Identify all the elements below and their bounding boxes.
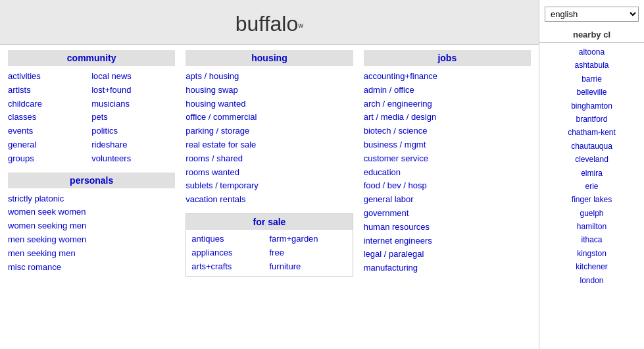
jobs-list: accounting+financeadmin / officearch / e… [364,70,531,275]
forsale-link[interactable]: antiques [191,232,269,246]
nearby-cl-link[interactable]: elmira [539,167,644,180]
housing-link[interactable]: apts / housing [186,70,353,84]
jobs-link[interactable]: internet engineers [364,234,531,248]
nearby-cl-link[interactable]: ithaca [539,233,644,246]
jobs-link[interactable]: art / media / design [364,111,531,124]
housing-link[interactable]: housing swap [186,84,353,97]
forsale-link[interactable]: furniture [270,260,347,274]
community-link[interactable]: pets [91,111,175,124]
jobs-link[interactable]: manufacturing [364,261,531,275]
nearby-cl-link[interactable]: ashtabula [539,59,644,72]
nearby-cl-link[interactable]: kingston [539,247,644,260]
housing-column: housing apts / housinghousing swaphousin… [180,50,358,277]
forsale-header: for sale [186,214,352,230]
personals-link[interactable]: men seeking men [8,247,175,261]
personals-link[interactable]: strictly platonic [8,192,175,206]
forsale-link[interactable]: arts+crafts [191,260,269,274]
community-col2: local newslost+foundmusicianspetspolitic… [91,70,175,166]
jobs-link[interactable]: accounting+finance [364,70,531,84]
forsale-col1: antiquesappliancesarts+crafts [191,232,269,273]
community-link[interactable]: lost+found [91,84,175,97]
jobs-link[interactable]: food / bev / hosp [364,179,531,193]
forsale-body: antiquesappliancesarts+crafts farm+garde… [186,230,352,276]
city-superscript: w [298,21,303,29]
forsale-section: for sale antiquesappliancesarts+crafts f… [186,213,353,277]
community-link[interactable]: rideshare [91,138,175,152]
personals-link[interactable]: men seeking women [8,233,175,247]
community-column: community activitiesartistschildcareclas… [3,50,180,277]
jobs-link[interactable]: arch / engineering [364,97,531,111]
personals-list: strictly platonicwomen seek womenwomen s… [8,192,175,275]
housing-link[interactable]: housing wanted [186,97,353,111]
nearby-cl-link[interactable]: altoona [539,45,644,59]
jobs-link[interactable]: biotech / science [364,124,531,138]
personals-header: personals [8,173,175,188]
housing-link[interactable]: real estate for sale [186,138,353,152]
nearby-cl-link[interactable]: kitchener [539,260,644,273]
nearby-cl-link[interactable]: london [539,274,644,287]
community-list: activitiesartistschildcareclasseseventsg… [8,70,175,166]
community-link[interactable]: groups [8,152,91,166]
nearby-cl-link[interactable]: cleveland [539,153,644,166]
jobs-link[interactable]: admin / office [364,84,531,97]
housing-header: housing [186,50,353,66]
community-link[interactable]: childcare [8,97,91,111]
personals-link[interactable]: women seek women [8,205,175,219]
forsale-link[interactable]: free [270,246,347,260]
housing-link[interactable]: office / commercial [186,111,353,124]
community-col1: activitiesartistschildcareclasseseventsg… [8,70,91,166]
community-link[interactable]: politics [91,124,175,138]
language-selector-wrapper[interactable]: englishfrançaisespañoldeutschitalianopor… [539,4,644,27]
nearby-list: altoonaashtabulabarriebellevillebinghamt… [539,45,644,287]
community-link[interactable]: artists [8,84,91,97]
housing-list: apts / housinghousing swaphousing wanted… [186,70,353,207]
nearby-cl-link[interactable]: erie [539,180,644,193]
housing-link[interactable]: vacation rentals [186,193,353,207]
community-link[interactable]: general [8,138,91,152]
nearby-cl-link[interactable]: chautauqua [539,140,644,153]
community-link[interactable]: classes [8,111,91,124]
housing-link[interactable]: sublets / temporary [186,179,353,193]
nearby-cl-link[interactable]: hamilton [539,220,644,233]
jobs-column: jobs accounting+financeadmin / officearc… [359,50,536,277]
jobs-link[interactable]: government [364,207,531,221]
community-header: community [8,50,175,66]
nearby-cl-link[interactable]: binghamton [539,99,644,113]
forsale-link[interactable]: appliances [191,246,269,260]
community-link[interactable]: local news [91,70,175,84]
personals-link[interactable]: women seeking men [8,219,175,233]
forsale-link[interactable]: farm+garden [270,232,347,246]
jobs-header: jobs [364,50,531,66]
sidebar: englishfrançaisespañoldeutschitalianopor… [539,0,644,349]
nearby-cl-link[interactable]: guelph [539,207,644,220]
housing-link[interactable]: rooms wanted [186,166,353,180]
nearby-cl-link[interactable]: chatham-kent [539,126,644,139]
housing-link[interactable]: rooms / shared [186,152,353,166]
nearby-cl-link[interactable]: finger lakes [539,193,644,206]
community-link[interactable]: musicians [91,97,175,111]
personals-link[interactable]: misc romance [8,261,175,275]
jobs-link[interactable]: customer service [364,152,531,166]
nearby-cl-link[interactable]: barrie [539,72,644,86]
jobs-link[interactable]: business / mgmt [364,138,531,152]
jobs-link[interactable]: legal / paralegal [364,248,531,261]
jobs-link[interactable]: education [364,166,531,180]
jobs-link[interactable]: human resources [364,221,531,234]
personals-section: personals strictly platonicwomen seek wo… [8,173,175,275]
nearby-cl-link[interactable]: brantford [539,113,644,126]
community-link[interactable]: volunteers [91,152,175,166]
page-header: buffalow [0,0,539,45]
nearby-header: nearby cl [539,27,644,43]
community-link[interactable]: activities [8,70,91,84]
city-title: buffalo [235,12,299,36]
community-link[interactable]: events [8,124,91,138]
nearby-cl-link[interactable]: belleville [539,86,644,99]
forsale-col2: farm+gardenfreefurniture [270,232,347,273]
jobs-link[interactable]: general labor [364,193,531,207]
language-select[interactable]: englishfrançaisespañoldeutschitalianopor… [545,7,639,22]
housing-link[interactable]: parking / storage [186,124,353,138]
